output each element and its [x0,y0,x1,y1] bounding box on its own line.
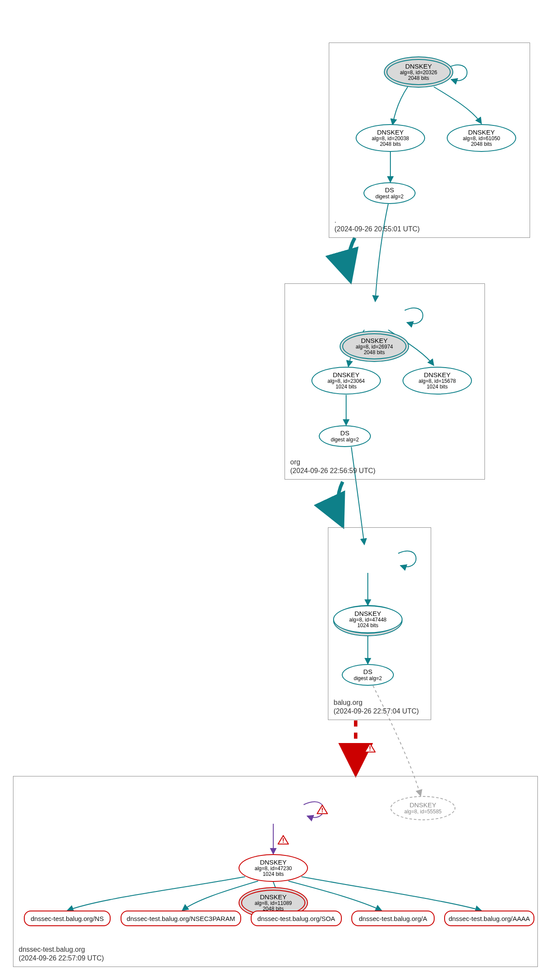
node-root-ds-title: DS [385,187,394,194]
node-test-k1: DNSKEY alg=8, id=47230 1024 bits [239,854,308,882]
rr-nsec3param: dnssec-test.balug.org/NSEC3PARAM [121,911,241,926]
node-balug-k1: DNSKEY alg=8, id=47448 1024 bits [333,605,403,633]
zone-org-ts: (2024-09-26 22:56:59 UTC) [290,467,376,475]
node-org-k1-bits: 1024 bits [336,384,357,390]
rr-soa-label: dnssec-test.balug.org/SOA [257,915,335,922]
node-balug-ds-title: DS [363,668,373,676]
rr-a: dnssec-test.balug.org/A [351,911,435,926]
zone-test-label: dnssec-test.balug.org [19,945,85,954]
zone-test-ts: (2024-09-26 22:57:09 UTC) [19,954,104,962]
zone-root-ts: (2024-09-26 20:55:01 UTC) [334,225,420,233]
node-test-k1-bits: 1024 bits [263,871,284,877]
node-root-k2-title: DNSKEY [468,129,495,136]
node-org-k2-title: DNSKEY [424,372,451,379]
zone-root-label: . [334,216,336,224]
node-root-ds: DS digest alg=2 [363,182,416,204]
rr-aaaa-label: dnssec-test.balug.org/AAAA [449,915,530,922]
node-org-ksk: DNSKEY alg=8, id=26974 2048 bits [340,331,409,362]
zone-balug-ts: (2024-09-26 22:57:04 UTC) [334,707,419,715]
node-org-k2-bits: 1024 bits [427,384,448,390]
node-root-ksk: DNSKEY alg=8, id=20326 2048 bits [384,56,453,88]
rr-n3p-label: dnssec-test.balug.org/NSEC3PARAM [127,915,235,922]
node-root-k2-bits: 2048 bits [471,141,492,147]
node-test-grey: DNSKEY alg=8, id=55585 [390,796,455,820]
rr-a-label: dnssec-test.balug.org/A [359,915,427,922]
node-test-k1-title: DNSKEY [260,859,287,866]
node-root-k2: DNSKEY alg=8, id=61050 2048 bits [447,124,516,152]
node-root-k1: DNSKEY alg=8, id=20038 2048 bits [356,124,425,152]
node-org-ds-title: DS [340,430,350,437]
node-org-k1-title: DNSKEY [333,372,360,379]
node-org-k1: DNSKEY alg=8, id=23064 1024 bits [311,367,381,395]
node-root-ds-sub: digest alg=2 [375,194,403,200]
zone-org-label: org [290,458,300,466]
rr-aaaa: dnssec-test.balug.org/AAAA [444,911,534,926]
rr-ns: dnssec-test.balug.org/NS [24,911,111,926]
node-balug-k1-bits: 1024 bits [357,623,379,628]
node-test-grey-title: DNSKEY [409,802,436,809]
node-root-k1-bits: 2048 bits [380,141,401,147]
node-test-grey-sub: alg=8, id=55585 [404,809,442,815]
node-org-ds: DS digest alg=2 [319,425,371,447]
rr-soa: dnssec-test.balug.org/SOA [251,911,342,926]
zone-balug-label: balug.org [334,698,363,707]
node-balug-ds: DS digest alg=2 [342,664,394,686]
node-root-k1-title: DNSKEY [377,129,404,136]
node-org-ds-sub: digest alg=2 [331,437,359,443]
node-balug-ds-sub: digest alg=2 [354,676,382,681]
node-balug-k1-title: DNSKEY [354,610,381,618]
node-org-k2: DNSKEY alg=8, id=15678 1024 bits [403,367,472,395]
rr-ns-label: dnssec-test.balug.org/NS [31,915,104,922]
